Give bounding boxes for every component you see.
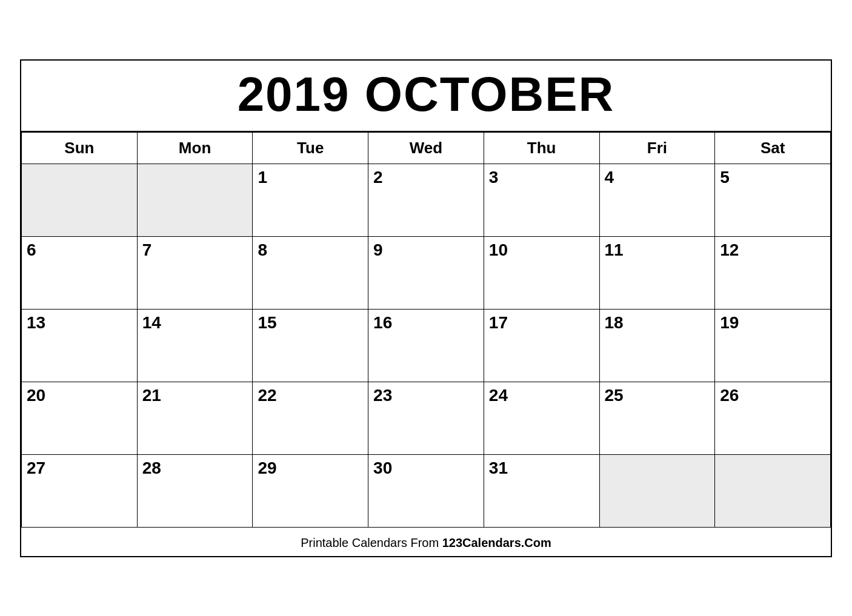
calendar-grid: SunMonTueWedThuFriSat 123456789101112131… [21, 132, 831, 528]
calendar-footer: Printable Calendars From 123Calendars.Co… [21, 528, 831, 556]
day-number: 17 [489, 313, 508, 332]
day-number: 4 [605, 168, 614, 187]
calendar-cell[interactable]: 16 [368, 309, 484, 382]
calendar-cell[interactable]: 17 [484, 309, 599, 382]
calendar-container: 2019 OCTOBER SunMonTueWedThuFriSat 12345… [20, 59, 832, 557]
week-row-4: 2728293031 [22, 454, 831, 527]
day-header-sun: Sun [22, 132, 138, 164]
day-number: 3 [489, 168, 499, 187]
day-number: 30 [373, 459, 392, 477]
calendar-cell[interactable]: 12 [715, 236, 831, 309]
calendar-cell[interactable]: 6 [22, 236, 138, 309]
calendar-cell[interactable]: 9 [368, 236, 484, 309]
day-number: 1 [258, 168, 267, 187]
footer-brand: 123Calendars.Com [442, 536, 551, 549]
calendar-cell[interactable]: 2 [368, 164, 484, 236]
calendar-cell[interactable]: 27 [22, 454, 138, 527]
calendar-cell[interactable]: 10 [484, 236, 599, 309]
calendar-cell[interactable]: 4 [599, 164, 715, 236]
calendar-cell[interactable]: 25 [599, 382, 715, 454]
week-row-1: 6789101112 [22, 236, 831, 309]
calendar-cell[interactable]: 21 [137, 382, 253, 454]
calendar-cell[interactable]: 22 [253, 382, 368, 454]
calendar-cell[interactable] [599, 454, 715, 527]
day-number: 29 [258, 459, 276, 477]
day-number: 25 [605, 386, 624, 405]
calendar-cell[interactable] [22, 164, 138, 236]
calendar-cell[interactable]: 3 [484, 164, 599, 236]
week-row-2: 13141516171819 [22, 309, 831, 382]
calendar-title: 2019 OCTOBER [21, 61, 831, 132]
calendar-cell[interactable]: 5 [715, 164, 831, 236]
day-header-wed: Wed [368, 132, 484, 164]
day-number: 27 [27, 459, 45, 477]
day-number: 8 [258, 240, 267, 259]
calendar-cell[interactable]: 19 [715, 309, 831, 382]
footer-text: Printable Calendars From [301, 536, 442, 549]
day-number: 7 [142, 240, 152, 259]
calendar-cell[interactable]: 28 [137, 454, 253, 527]
day-number: 23 [373, 386, 392, 405]
day-number: 21 [142, 386, 161, 405]
day-number: 28 [142, 459, 161, 477]
day-number: 19 [720, 313, 739, 332]
calendar-cell[interactable] [137, 164, 253, 236]
calendar-cell[interactable]: 7 [137, 236, 253, 309]
calendar-cell[interactable]: 11 [599, 236, 715, 309]
calendar-cell[interactable]: 30 [368, 454, 484, 527]
calendar-cell[interactable]: 31 [484, 454, 599, 527]
week-row-3: 20212223242526 [22, 382, 831, 454]
day-number: 2 [373, 168, 383, 187]
day-header-thu: Thu [484, 132, 599, 164]
calendar-cell[interactable]: 26 [715, 382, 831, 454]
day-number: 13 [27, 313, 45, 332]
calendar-cell[interactable]: 18 [599, 309, 715, 382]
day-header-sat: Sat [715, 132, 831, 164]
day-number: 14 [142, 313, 161, 332]
day-number: 18 [605, 313, 624, 332]
day-header-mon: Mon [137, 132, 253, 164]
day-header-fri: Fri [599, 132, 715, 164]
day-number: 15 [258, 313, 276, 332]
day-headers-row: SunMonTueWedThuFriSat [22, 132, 831, 164]
day-number: 12 [720, 240, 739, 259]
day-header-tue: Tue [253, 132, 368, 164]
calendar-cell[interactable]: 13 [22, 309, 138, 382]
day-number: 16 [373, 313, 392, 332]
calendar-cell[interactable] [715, 454, 831, 527]
day-number: 26 [720, 386, 739, 405]
calendar-cell[interactable]: 23 [368, 382, 484, 454]
calendar-cell[interactable]: 15 [253, 309, 368, 382]
calendar-cell[interactable]: 29 [253, 454, 368, 527]
week-row-0: 12345 [22, 164, 831, 236]
day-number: 6 [27, 240, 36, 259]
calendar-cell[interactable]: 8 [253, 236, 368, 309]
day-number: 11 [605, 240, 624, 259]
day-number: 31 [489, 459, 508, 477]
day-number: 9 [373, 240, 383, 259]
calendar-cell[interactable]: 1 [253, 164, 368, 236]
calendar-cell[interactable]: 14 [137, 309, 253, 382]
day-number: 5 [720, 168, 730, 187]
day-number: 10 [489, 240, 508, 259]
calendar-cell[interactable]: 20 [22, 382, 138, 454]
calendar-cell[interactable]: 24 [484, 382, 599, 454]
day-number: 22 [258, 386, 276, 405]
day-number: 24 [489, 386, 508, 405]
day-number: 20 [27, 386, 45, 405]
